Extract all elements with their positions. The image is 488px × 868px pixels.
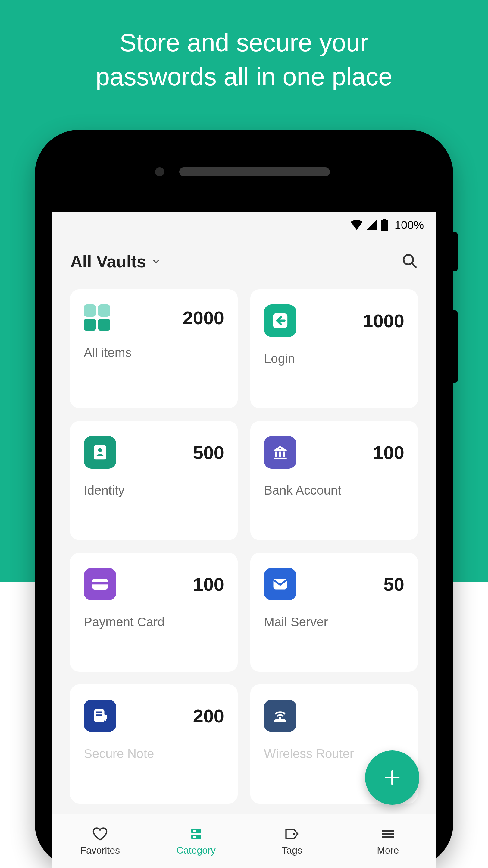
nav-label: More [377,845,399,856]
nav-favorites[interactable]: Favorites [52,814,148,868]
card-payment-card[interactable]: 100 Payment Card [70,553,238,672]
all-items-icon [84,304,110,331]
heart-icon [92,826,108,842]
vault-selector[interactable]: All Vaults [70,252,161,271]
phone-mockup: 100% All Vaults [35,130,453,868]
svg-rect-0 [383,219,386,220]
vault-title: All Vaults [70,252,146,271]
card-label: All items [84,345,224,360]
card-count: 500 [193,442,224,463]
svg-rect-19 [274,719,286,722]
bank-icon [264,436,296,469]
card-count: 2000 [183,307,224,329]
card-count: 100 [373,442,404,463]
svg-rect-20 [191,829,201,833]
svg-rect-10 [284,452,285,457]
card-label: Login [264,351,404,366]
card-count: 1000 [363,310,404,332]
credit-card-icon [84,568,116,600]
router-icon [264,700,296,732]
marketing-heading: Store and secure your passwords all in o… [0,26,488,94]
tag-icon [284,826,300,842]
svg-rect-17 [96,714,102,716]
card-identity[interactable]: 500 Identity [70,421,238,540]
search-icon [401,253,418,269]
card-login[interactable]: 1000 Login [250,289,418,408]
svg-point-24 [293,833,295,835]
svg-rect-8 [275,452,277,457]
add-button[interactable] [365,750,419,805]
cellular-icon [366,220,377,231]
nav-label: Favorites [80,845,120,856]
card-count: 50 [384,574,404,595]
svg-rect-16 [96,712,102,713]
menu-icon [380,826,396,842]
chevron-down-icon [152,257,161,266]
card-label: Bank Account [264,483,404,498]
card-count: 100 [193,574,224,595]
svg-line-3 [412,263,416,267]
svg-rect-5 [94,445,106,460]
card-secure-note[interactable]: 200 Secure Note [70,684,238,804]
login-icon [264,304,296,337]
card-bank-account[interactable]: 100 Bank Account [250,421,418,540]
svg-rect-11 [273,458,287,459]
card-label: Secure Note [84,747,224,761]
battery-percentage: 100% [395,219,424,232]
search-button[interactable] [401,253,418,270]
mail-icon [264,568,296,600]
statusbar: 100% [52,213,436,238]
category-icon [188,826,204,842]
app-screen: 100% All Vaults [52,213,436,868]
identity-icon [84,436,116,469]
card-all-items[interactable]: 2000 All items [70,289,238,408]
bottom-nav: Favorites Category Tags More [52,814,436,868]
card-label: Payment Card [84,615,224,629]
battery-icon [381,219,388,232]
svg-rect-13 [92,582,108,584]
nav-more[interactable]: More [340,814,436,868]
svg-rect-22 [193,830,195,832]
svg-point-7 [279,447,281,450]
svg-rect-1 [381,220,388,231]
nav-label: Tags [282,845,302,856]
svg-rect-9 [279,452,281,457]
card-count: 200 [193,705,224,727]
note-icon [84,700,116,732]
card-mail-server[interactable]: 50 Mail Server [250,553,418,672]
nav-tags[interactable]: Tags [244,814,340,868]
card-label: Identity [84,483,224,498]
plus-icon [383,768,402,787]
svg-rect-23 [193,836,195,838]
svg-rect-21 [191,835,201,839]
svg-point-6 [98,448,102,452]
svg-point-18 [279,717,281,719]
nav-label: Category [176,845,216,856]
wifi-icon [351,220,363,231]
card-label: Mail Server [264,615,404,629]
nav-category[interactable]: Category [148,814,244,868]
